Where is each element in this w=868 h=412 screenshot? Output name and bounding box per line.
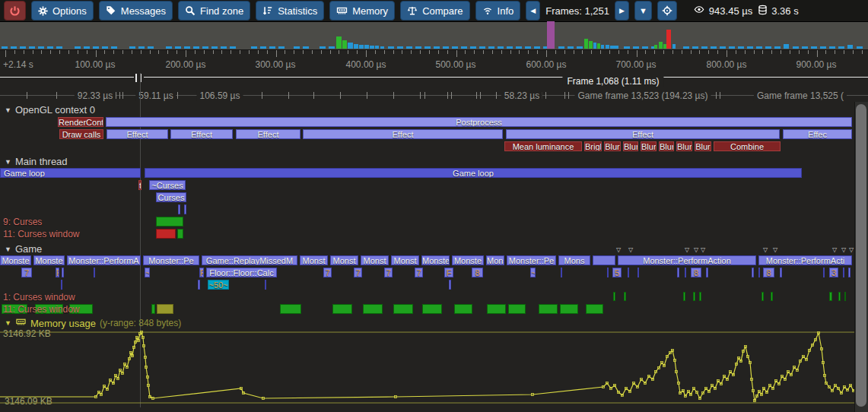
message-marker-icon[interactable]: ▽ (849, 247, 854, 253)
zone-bar[interactable]: ~50~ (208, 280, 229, 290)
zone-bar[interactable]: Monst (330, 255, 358, 265)
zone-bar[interactable]: RenderConte (58, 117, 103, 127)
zone-bar[interactable]: Monste (0, 255, 31, 265)
zone-bar[interactable]: Monster::Pe (143, 255, 199, 265)
lock-bar[interactable] (838, 292, 841, 301)
zone-bar[interactable]: Game::ReplayMissedM (202, 255, 297, 265)
zone-bar[interactable]: 5 (612, 268, 622, 277)
zone-bar[interactable]: Monst (391, 255, 419, 265)
zone-bar[interactable]: Effect (107, 129, 168, 139)
zone-bar[interactable] (184, 204, 186, 214)
zone-bar[interactable]: ~ (530, 268, 536, 277)
zone-bar[interactable]: Draw calls (59, 129, 103, 139)
zone-bar[interactable]: Monste (421, 255, 450, 265)
zone-bar[interactable]: Blur (604, 141, 621, 151)
lock-bar[interactable] (363, 304, 383, 314)
message-marker-icon[interactable]: ▽ (773, 247, 777, 253)
zone-bar[interactable]: Monster::PerformAction (618, 255, 756, 265)
zone-bar[interactable]: Monste (33, 255, 65, 265)
zone-bar[interactable]: Mons (558, 255, 590, 265)
zone-bar[interactable] (758, 268, 760, 277)
message-marker-icon[interactable]: ▽ (701, 247, 705, 253)
zone-bar[interactable]: 8 (472, 268, 483, 277)
zone-bar[interactable]: 7 (384, 268, 393, 277)
lock-bar[interactable] (829, 292, 832, 301)
zone-bar[interactable] (178, 204, 180, 214)
zone-bar[interactable] (637, 268, 639, 277)
zone-bar[interactable]: Blur (623, 141, 638, 151)
zone-bar[interactable] (677, 268, 679, 277)
zone-bar[interactable]: Blur (676, 141, 692, 151)
zone-bar[interactable]: Combine (714, 141, 781, 151)
zone-bar[interactable]: 7 (21, 268, 32, 277)
zone-bar[interactable] (848, 268, 851, 277)
zone-bar[interactable]: Effect (170, 129, 233, 139)
lock-bar[interactable] (624, 292, 626, 301)
zone-bar[interactable] (685, 268, 686, 277)
zone-bar[interactable] (823, 268, 825, 277)
lock-bar[interactable] (156, 217, 183, 227)
zone-bar[interactable] (561, 268, 562, 277)
zone-bar[interactable]: Brigh (584, 141, 602, 151)
zone-bar[interactable]: Blur (659, 141, 674, 151)
lock-bar[interactable] (422, 304, 442, 314)
message-marker-icon[interactable]: ▽ (628, 247, 633, 253)
lock-bar[interactable] (177, 229, 183, 239)
zone-bar[interactable]: 7 (415, 268, 423, 277)
zone-bar[interactable]: ti (138, 180, 141, 190)
lock-bar[interactable] (771, 292, 773, 301)
lock-bar[interactable] (151, 304, 155, 314)
zone-bar[interactable]: Effect (303, 129, 503, 139)
zone-bar[interactable]: Monste (452, 255, 484, 265)
zone-bar[interactable]: Mons (486, 255, 504, 265)
zone-bar[interactable]: Postprocess (106, 117, 852, 127)
zone-bar[interactable]: 7 (323, 268, 332, 277)
zone-bar[interactable] (593, 255, 615, 265)
message-marker-icon[interactable]: ▽ (763, 247, 768, 253)
lock-bar[interactable] (844, 292, 846, 301)
message-marker-icon[interactable]: ▽ (694, 247, 698, 253)
zone-bar[interactable]: 7 (354, 268, 362, 277)
lock-bar[interactable] (280, 304, 301, 314)
zone-bar[interactable]: Monster::Pe (507, 255, 556, 265)
zone-bar[interactable] (706, 268, 708, 277)
zone-bar[interactable] (265, 280, 266, 290)
lock-bar[interactable] (508, 304, 526, 314)
zone-bar[interactable]: ~ (145, 268, 150, 277)
zone-bar[interactable] (449, 280, 451, 290)
message-marker-icon[interactable]: ▽ (832, 247, 837, 253)
main-thread-header[interactable]: ▼Main thread (5, 156, 68, 167)
zone-bar[interactable] (843, 268, 844, 277)
lock-bar[interactable] (332, 304, 352, 314)
zone-bar[interactable]: 3 (829, 268, 838, 277)
zone-bar[interactable] (94, 268, 95, 277)
vertical-scrollbar-thumb[interactable] (856, 104, 866, 407)
lock-bar[interactable] (487, 304, 506, 314)
zone-bar[interactable]: 8 (691, 268, 701, 277)
message-marker-icon[interactable]: ▽ (685, 247, 689, 253)
zone-bar[interactable] (752, 268, 754, 277)
zone-bar[interactable]: Blur (641, 141, 657, 151)
lock-bar[interactable] (699, 292, 701, 301)
zone-bar[interactable]: Monster::PerformActi (758, 255, 852, 265)
zone-bar[interactable]: Monster::PerformA (67, 255, 141, 265)
zone-bar[interactable] (607, 268, 609, 277)
zone-bar[interactable]: ~Curses (149, 180, 186, 190)
lock-bar[interactable] (761, 292, 764, 301)
lock-bar[interactable] (393, 304, 413, 314)
zone-bar[interactable]: F (56, 268, 59, 277)
zone-bar[interactable]: Game loop (145, 168, 802, 178)
message-marker-icon[interactable]: ▽ (841, 247, 846, 253)
zone-bar[interactable]: Floor::Floor::Calc (206, 268, 277, 277)
zone-bar[interactable] (780, 268, 782, 277)
zone-bar[interactable]: Game loop (0, 168, 141, 178)
zone-bar[interactable]: F (444, 268, 453, 277)
zone-bar[interactable]: Effect (236, 129, 300, 139)
message-marker-icon[interactable]: ▽ (616, 247, 621, 253)
zone-bar[interactable]: Monst (361, 255, 389, 265)
zone-bar[interactable]: 8 (763, 268, 774, 277)
zone-bar[interactable]: Effec (783, 129, 852, 139)
zone-bar[interactable]: Curses (156, 192, 186, 202)
lock-bar[interactable] (586, 304, 603, 314)
zone-bar[interactable]: F (199, 268, 204, 277)
